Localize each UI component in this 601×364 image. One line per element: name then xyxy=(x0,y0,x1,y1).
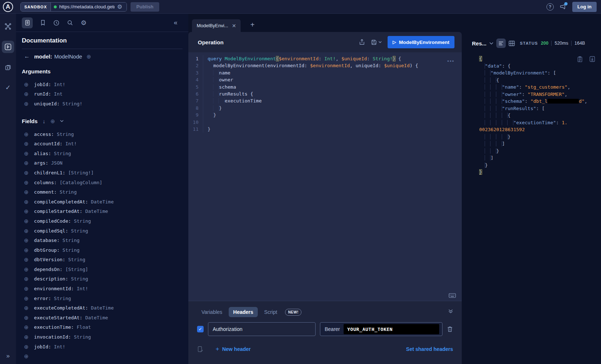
add-model-to-query-icon[interactable]: ⊕ xyxy=(87,54,91,59)
nav-checks-item[interactable]: ✓ xyxy=(2,81,14,94)
edit-headers-doc-icon[interactable] xyxy=(197,346,203,352)
response-title[interactable]: Res... xyxy=(472,40,486,46)
field-signature[interactable]: jobId: Int! xyxy=(34,344,65,349)
header-key-input[interactable]: Authorization xyxy=(208,322,316,336)
back-arrow-icon[interactable]: ← xyxy=(24,53,30,60)
field-signature[interactable]: runId: Int xyxy=(34,91,63,97)
field-signature[interactable]: args: JSON xyxy=(34,160,63,166)
response-dropdown-chevron-icon[interactable] xyxy=(489,42,493,45)
add-field-to-query-icon[interactable]: ⊕ xyxy=(24,296,29,301)
tab-variables[interactable]: Variables xyxy=(197,307,227,317)
header-value-input[interactable]: Bearer YOUR_AUTH_TOKEN xyxy=(320,322,442,336)
add-field-to-query-icon[interactable]: ⊕ xyxy=(24,101,29,106)
operation-tab[interactable]: ModelByEnvi... ✕ xyxy=(192,19,241,32)
add-field-to-query-icon[interactable]: ⊕ xyxy=(24,334,29,340)
docs-settings-gear-icon[interactable]: ⚙ xyxy=(81,20,87,26)
field-signature[interactable]: compileCompletedAt: DateTime xyxy=(34,199,114,205)
field-signature[interactable]: comment: String xyxy=(34,189,77,195)
editor-more-menu[interactable]: ••• xyxy=(447,58,454,64)
collapse-docs-panel-button[interactable]: « xyxy=(174,19,177,27)
login-button[interactable]: Log in xyxy=(572,2,597,12)
endpoint-settings-gear-icon[interactable]: ⚙ xyxy=(117,4,122,10)
chevron-down-icon[interactable] xyxy=(60,120,64,122)
field-signature[interactable]: childrenL1: [String!] xyxy=(34,170,94,175)
field-signature[interactable]: uniqueId: String! xyxy=(34,101,83,106)
nav-graph-item[interactable] xyxy=(2,20,14,33)
copy-response-icon[interactable] xyxy=(577,56,583,62)
add-field-to-query-icon[interactable]: ⊕ xyxy=(24,247,29,253)
add-field-to-query-icon[interactable]: ⊕ xyxy=(24,238,29,243)
save-icon[interactable] xyxy=(371,39,377,45)
field-signature[interactable]: jobId: Int! xyxy=(34,82,65,87)
add-field-to-query-icon[interactable]: ⊕ xyxy=(24,228,29,234)
help-icon[interactable]: ? xyxy=(546,3,554,11)
expand-rail-button[interactable]: » xyxy=(0,352,16,360)
add-field-to-query-icon[interactable]: ⊕ xyxy=(24,218,29,224)
apollo-logo-icon[interactable]: A xyxy=(3,2,13,12)
field-signature[interactable]: compiledSql: String xyxy=(34,228,88,234)
add-field-to-query-icon[interactable]: ⊕ xyxy=(24,315,29,320)
add-field-to-query-icon[interactable]: ⊕ xyxy=(24,324,29,330)
add-field-to-query-icon[interactable]: ⊕ xyxy=(24,276,29,282)
field-signature[interactable]: executeStartedAt: DateTime xyxy=(34,315,108,320)
nav-schema-item[interactable] xyxy=(2,61,14,73)
add-field-to-query-icon[interactable]: ⊕ xyxy=(24,353,29,359)
field-signature[interactable]: invocationId: String xyxy=(34,334,91,340)
field-signature[interactable]: columns: [CatalogColumn] xyxy=(34,180,103,185)
run-operation-button[interactable]: ▷ ModelByEnvironment xyxy=(388,36,454,48)
tab-headers[interactable]: Headers xyxy=(229,307,257,317)
announcements-button[interactable] xyxy=(560,4,566,10)
add-field-to-query-icon[interactable]: ⊕ xyxy=(24,82,29,87)
field-signature[interactable]: accountId: Int! xyxy=(34,141,77,146)
tab-documentation[interactable] xyxy=(22,17,33,28)
query-editor[interactable]: 1query ModelByEnvironment($environmentId… xyxy=(188,52,462,301)
field-signature[interactable]: executionTime: Float xyxy=(34,324,91,330)
field-signature[interactable]: database: String xyxy=(34,238,80,243)
table-view-icon[interactable] xyxy=(509,41,515,46)
model-type-link[interactable]: ModelNode xyxy=(54,53,82,60)
view-raw-toggle[interactable] xyxy=(496,39,506,48)
field-signature[interactable]: dbtVersion: String xyxy=(34,257,85,262)
add-field-to-query-icon[interactable]: ⊕ xyxy=(24,344,29,349)
keyboard-shortcuts-icon[interactable] xyxy=(449,293,456,298)
add-field-to-query-icon[interactable]: ⊕ xyxy=(24,286,29,291)
close-tab-icon[interactable]: ✕ xyxy=(232,23,236,29)
add-field-to-query-icon[interactable]: ⊕ xyxy=(24,180,29,185)
bookmark-icon[interactable] xyxy=(40,20,46,26)
field-signature[interactable]: error: String xyxy=(34,296,71,301)
add-field-to-query-icon[interactable]: ⊕ xyxy=(24,199,29,205)
field-signature[interactable]: alias: String xyxy=(34,151,71,156)
add-field-to-query-icon[interactable]: ⊕ xyxy=(24,151,29,156)
new-header-button[interactable]: + New header xyxy=(216,345,251,353)
add-field-to-query-icon[interactable]: ⊕ xyxy=(24,209,29,214)
field-signature[interactable]: dbtGroup: String xyxy=(34,247,80,253)
add-field-to-query-icon[interactable]: ⊕ xyxy=(24,132,29,137)
field-signature[interactable]: access: String xyxy=(34,132,74,137)
field-signature[interactable]: environmentId: Int! xyxy=(34,286,88,291)
add-field-to-query-icon[interactable]: ⊕ xyxy=(24,267,29,272)
add-field-to-query-icon[interactable]: ⊕ xyxy=(24,141,29,146)
set-shared-headers-link[interactable]: Set shared headers xyxy=(406,346,453,352)
add-field-to-query-icon[interactable]: ⊕ xyxy=(24,189,29,195)
download-response-icon[interactable] xyxy=(589,56,595,62)
field-signature[interactable]: compileStartedAt: DateTime xyxy=(34,209,108,214)
field-signature[interactable]: compiledCode: String xyxy=(34,218,91,224)
search-icon[interactable] xyxy=(67,20,73,26)
publish-button[interactable]: Publish xyxy=(131,2,159,12)
add-field-to-query-icon[interactable]: ⊕ xyxy=(24,305,29,311)
add-field-to-query-icon[interactable]: ⊕ xyxy=(24,257,29,262)
sort-fields-icon[interactable]: ↓ xyxy=(43,118,45,124)
add-all-fields-icon[interactable]: ⊕ xyxy=(51,118,55,124)
save-dropdown-chevron-icon[interactable] xyxy=(378,41,382,43)
add-field-to-query-icon[interactable]: ⊕ xyxy=(24,160,29,166)
endpoint-url-box[interactable]: https://metadata.cloud.getd ⚙ xyxy=(51,3,127,11)
tab-script[interactable]: Script xyxy=(260,307,282,317)
new-tab-button[interactable]: + xyxy=(250,21,255,28)
header-enabled-checkbox[interactable]: ✓ xyxy=(197,326,204,332)
field-signature[interactable]: description: String xyxy=(34,276,88,282)
nav-explorer-item[interactable] xyxy=(2,41,14,53)
collapse-request-panel-icon[interactable] xyxy=(448,309,453,314)
auth-token-value[interactable]: YOUR_AUTH_TOKEN xyxy=(344,324,439,334)
history-icon[interactable] xyxy=(53,20,60,26)
field-signature[interactable]: dependsOn: [String] xyxy=(34,267,88,272)
